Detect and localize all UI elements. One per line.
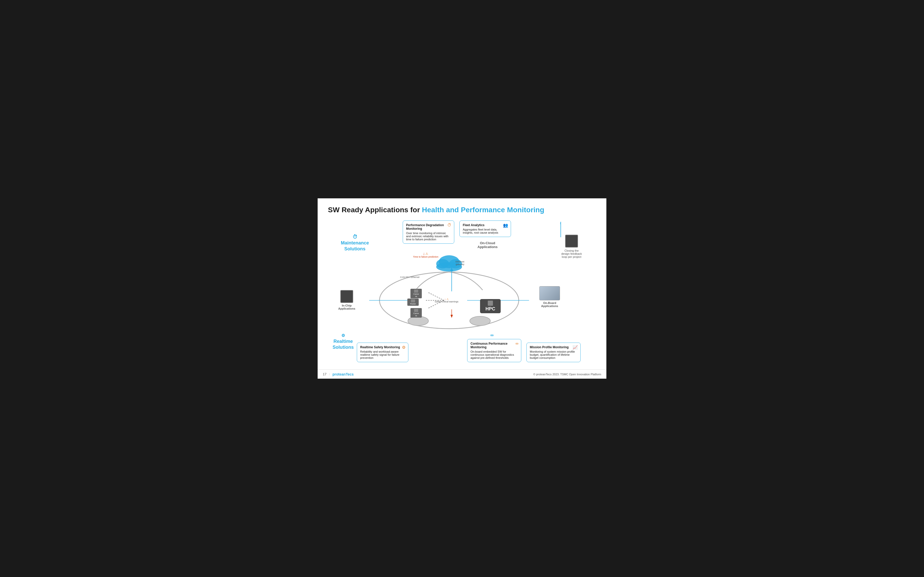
cpm-body: On-board embedded SW for continuous oper… [470,350,518,359]
fa-body: Aggregates fleet level data, insights, r… [463,228,508,234]
copyright: © proteanTecs 2023. TSMC Open Innovation… [533,373,601,376]
eth-gateway-label: Ethernetgateway [456,260,464,266]
can-fd-label: CAN FD / Ethernet [400,276,420,279]
eth-gateway-text: Ethernetgateway [456,260,464,266]
svg-point-2 [470,316,490,326]
in-chip-label: In-ChipApplications [338,304,355,310]
svg-point-1 [408,316,428,326]
fa-icon: 👥 [503,223,508,228]
rsm-box: ⚙ Realtime Safety Monitoring Reliability… [357,343,409,362]
on-cloud-label: On-CloudApplications [478,241,498,249]
footer: 17 / proteanTecs © proteanTecs 2023. TSM… [318,369,606,379]
camera1-label: Camera [413,293,419,298]
pdm-body: Over time monitoring of intrinsic and ex… [406,232,451,241]
car-svg [369,249,529,337]
pdm-icon: ⏱ [447,223,451,227]
can-fd-text: CAN FD / Ethernet [400,276,420,279]
hpc-label: HPC [485,306,495,311]
camera1-sensor: Camera [410,289,422,298]
fa-box: 👥 Fleet Analytics Aggregates fleet level… [459,221,511,237]
fa-title: Fleet Analytics [463,223,508,227]
mpm-icon: 📈 [573,345,578,350]
maintenance-solutions-label: ⏱ MaintenanceSolutions [341,234,369,252]
hpc-box: HPC [480,299,501,313]
title-part1: SW Ready Applications for [328,206,422,214]
rsm-title: Realtime Safety Monitoring [360,345,405,349]
slide: SW Ready Applications for Health and Per… [318,198,606,379]
in-chip-area: In-ChipApplications [338,290,355,310]
mpm-box: 📈 Mission Profile Monitoring Monitoring … [527,343,581,362]
on-cloud-text: On-CloudApplications [478,241,498,249]
cpm-title: Continuous Performance Monitoring [470,342,518,349]
footer-logo: proteanTecs [333,372,354,376]
closing-area: Closing thedesign feedbackloop per proje… [555,235,588,258]
slide-title: SW Ready Applications for Health and Per… [328,206,596,214]
realtime-solutions-label: ⚙ RealtimeSolutions [333,333,354,351]
radar-label: Radar [410,303,416,305]
closing-label: Closing thedesign feedbackloop per proje… [555,249,588,258]
mpm-body: Monitoring of system mission profile bud… [530,350,577,359]
rsm-icon: ⚙ [402,345,405,350]
rsm-body: Reliability and workload-aware realtime … [360,350,405,359]
cpm-icon: ∞ [515,341,519,346]
title-highlight: Health and Performance Monitoring [422,206,544,214]
page-number: 17 [323,372,326,376]
main-content: ⏱ MaintenanceSolutions ⏱ Performance Deg… [328,221,596,365]
pdm-box: ⏱ Performance Degradation Monitoring Ove… [403,221,454,244]
cpm-box: ∞ Continuous Performance Monitoring On-b… [467,339,521,362]
on-board-label: On-BoardApplications [540,301,560,308]
radar-sensor: Radar [407,298,419,306]
on-board-area: On-BoardApplications [540,286,560,308]
car-diagram: HPC Camera Radar Camera [369,249,529,337]
camera2-label: Camera [413,312,419,317]
camera2-sensor: Camera [410,308,422,318]
safety-text: Safety critical warnings [435,300,459,303]
mpm-title: Mission Profile Monitoring [530,345,577,349]
safety-warnings-label: ↓ ⚠ Safety critical warnings [434,298,459,303]
pdm-title: Performance Degradation Monitoring [406,223,451,230]
